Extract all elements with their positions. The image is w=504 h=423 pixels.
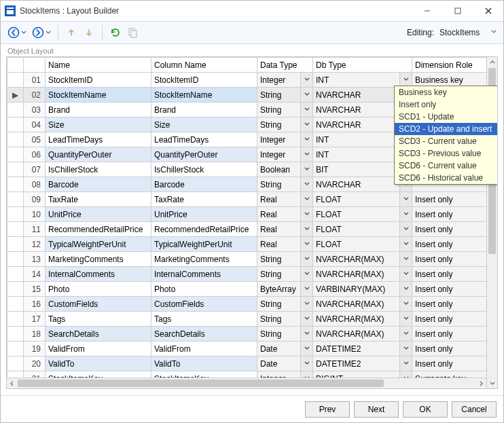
cell-db-type[interactable]: NVARCHAR xyxy=(313,177,400,192)
data-type-dropdown[interactable] xyxy=(301,252,313,267)
cell-column-name[interactable]: QuantityPerOuter xyxy=(151,147,257,162)
cell-db-type[interactable]: NVARCHAR(MAX) xyxy=(313,267,400,282)
table-row[interactable]: 16CustomFieldsCustomFieldsStringNVARCHAR… xyxy=(7,297,499,312)
data-type-dropdown[interactable] xyxy=(301,103,313,117)
table-row[interactable]: 20ValidToValidToDateDATETIME2Insert only xyxy=(7,356,499,371)
cell-data-type[interactable]: Real xyxy=(257,192,301,207)
scroll-thumb[interactable] xyxy=(18,380,384,387)
cell-column-name[interactable]: TaxRate xyxy=(151,192,257,207)
cell-data-type[interactable]: Real xyxy=(257,237,301,252)
cell-db-type[interactable]: DATETIME2 xyxy=(313,342,400,356)
cell-db-type[interactable]: NVARCHAR(MAX) xyxy=(313,327,400,342)
db-type-dropdown[interactable] xyxy=(400,207,412,222)
data-type-dropdown[interactable] xyxy=(301,162,313,177)
data-type-dropdown[interactable] xyxy=(301,267,313,282)
cell-name[interactable]: RecommendedRetailPrice xyxy=(46,222,151,237)
scroll-left-button[interactable] xyxy=(7,378,18,389)
refresh-button[interactable] xyxy=(108,25,123,40)
cell-data-type[interactable]: String xyxy=(257,117,301,132)
cell-db-type[interactable]: INT xyxy=(313,73,400,88)
dimension-role-dropdown[interactable]: Business keyInsert onlySCD1 - UpdateSCD2… xyxy=(394,86,498,185)
cell-dimension-role[interactable]: Insert only xyxy=(412,237,498,252)
close-button[interactable] xyxy=(473,1,503,20)
cell-column-name[interactable]: Photo xyxy=(151,282,257,297)
cell-column-name[interactable]: StockItemID xyxy=(151,73,257,88)
cell-data-type[interactable]: String xyxy=(257,252,301,267)
db-type-dropdown[interactable] xyxy=(400,237,412,252)
cell-dimension-role[interactable]: Insert only xyxy=(412,222,498,237)
cell-column-name[interactable]: TypicalWeightPerUnit xyxy=(151,237,257,252)
db-type-dropdown[interactable] xyxy=(400,222,412,237)
cell-column-name[interactable]: Brand xyxy=(151,103,257,117)
data-type-dropdown[interactable] xyxy=(301,177,313,192)
cell-dimension-role[interactable]: Insert only xyxy=(412,297,498,312)
db-type-dropdown[interactable] xyxy=(400,356,412,371)
nav-forward-button[interactable] xyxy=(31,25,52,40)
data-type-dropdown[interactable] xyxy=(301,132,313,147)
cell-name[interactable]: InternalComments xyxy=(46,267,151,282)
cell-db-type[interactable]: NVARCHAR xyxy=(313,117,400,132)
cell-name[interactable]: Barcode xyxy=(46,177,151,192)
data-type-dropdown[interactable] xyxy=(301,297,313,312)
cell-data-type[interactable]: String xyxy=(257,103,301,117)
cell-db-type[interactable]: INT xyxy=(313,132,400,147)
table-row[interactable]: 15PhotoPhotoByteArrayVARBINARY(MAX)Inser… xyxy=(7,282,499,297)
cell-db-type[interactable]: FLOAT xyxy=(313,237,400,252)
db-type-dropdown[interactable] xyxy=(400,342,412,356)
cell-name[interactable]: CustomFields xyxy=(46,297,151,312)
data-type-dropdown[interactable] xyxy=(301,222,313,237)
cell-column-name[interactable]: Tags xyxy=(151,312,257,327)
cell-db-type[interactable]: INT xyxy=(313,147,400,162)
cell-data-type[interactable]: String xyxy=(257,177,301,192)
table-row[interactable]: 17TagsTagsStringNVARCHAR(MAX)Insert only xyxy=(7,312,499,327)
cell-data-type[interactable]: Boolean xyxy=(257,162,301,177)
dropdown-option[interactable]: Business key xyxy=(395,86,498,98)
db-type-dropdown[interactable] xyxy=(400,267,412,282)
cell-column-name[interactable]: ValidTo xyxy=(151,356,257,371)
data-type-dropdown[interactable] xyxy=(301,282,313,297)
data-type-dropdown[interactable] xyxy=(301,312,313,327)
cell-data-type[interactable]: Real xyxy=(257,222,301,237)
col-dimension-role[interactable]: Dimension Role xyxy=(412,58,498,73)
horizontal-scrollbar[interactable] xyxy=(7,378,486,388)
dropdown-option[interactable]: Insert only xyxy=(395,98,498,111)
cell-db-type[interactable]: FLOAT xyxy=(313,192,400,207)
dropdown-option[interactable]: SCD6 - Current value xyxy=(395,160,498,172)
col-selector[interactable] xyxy=(7,58,24,73)
cell-db-type[interactable]: NVARCHAR xyxy=(313,103,400,117)
prev-button[interactable]: Prev xyxy=(305,401,350,418)
copy-button[interactable] xyxy=(126,25,141,40)
cell-dimension-role[interactable]: Insert only xyxy=(412,207,498,222)
cell-name[interactable]: LeadTimeDays xyxy=(46,132,151,147)
cell-name[interactable]: QuantityPerOuter xyxy=(46,147,151,162)
cell-dimension-role[interactable]: Insert only xyxy=(412,282,498,297)
data-type-dropdown[interactable] xyxy=(301,192,313,207)
col-rownum[interactable] xyxy=(24,58,46,73)
cell-data-type[interactable]: String xyxy=(257,297,301,312)
scroll-up-button[interactable] xyxy=(487,57,498,68)
cell-name[interactable]: SearchDetails xyxy=(46,327,151,342)
cell-name[interactable]: ValidFrom xyxy=(46,342,151,356)
table-row[interactable]: 12TypicalWeightPerUnitTypicalWeightPerUn… xyxy=(7,237,499,252)
cell-column-name[interactable]: CustomFields xyxy=(151,297,257,312)
move-up-button[interactable] xyxy=(64,25,79,40)
data-type-dropdown[interactable] xyxy=(301,117,313,132)
table-row[interactable]: 18SearchDetailsSearchDetailsStringNVARCH… xyxy=(7,327,499,342)
cell-name[interactable]: ValidTo xyxy=(46,356,151,371)
data-type-dropdown[interactable] xyxy=(301,237,313,252)
dropdown-option[interactable]: SCD6 - Historical value xyxy=(395,172,498,184)
cell-name[interactable]: StockItemID xyxy=(46,73,151,88)
cell-db-type[interactable]: NVARCHAR(MAX) xyxy=(313,252,400,267)
db-type-dropdown[interactable] xyxy=(400,252,412,267)
cell-column-name[interactable]: ValidFrom xyxy=(151,342,257,356)
move-down-button[interactable] xyxy=(82,25,96,40)
cell-name[interactable]: TaxRate xyxy=(46,192,151,207)
cell-db-type[interactable]: NVARCHAR xyxy=(313,88,400,103)
cell-db-type[interactable]: NVARCHAR(MAX) xyxy=(313,297,400,312)
cell-data-type[interactable]: String xyxy=(257,267,301,282)
dropdown-option[interactable]: SCD3 - Previous value xyxy=(395,147,498,160)
col-data-type[interactable]: Data Type xyxy=(257,58,313,73)
table-row[interactable]: 09TaxRateTaxRateRealFLOATInsert only xyxy=(7,192,499,207)
cell-data-type[interactable]: Integer xyxy=(257,147,301,162)
cell-column-name[interactable]: Size xyxy=(151,117,257,132)
